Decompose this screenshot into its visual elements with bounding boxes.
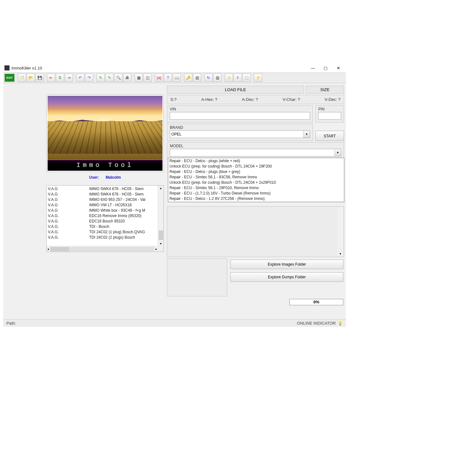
preview-box (167, 258, 227, 296)
bulb-icon: 💡 (338, 321, 343, 326)
brand-group: BRAND ▼ (167, 124, 313, 141)
app-window: ImmoKiller v1.10 — ▢ ✕ EXIT ❐ 📂 💾 ⇤ ⇅ ⇥ … (3, 63, 346, 327)
statusbar: Path: ONLINE INDICATOR 💡 (3, 319, 346, 327)
chevron-down-icon[interactable]: ▼ (303, 131, 310, 138)
list-item[interactable]: V.A.G.EDC16 Bosch 95320 (48, 219, 156, 224)
list-item[interactable]: V.A.GIMMO 5WK4 678 - HC05 - Siem (48, 186, 156, 192)
user-label: User: (89, 175, 99, 180)
transfer-icon[interactable]: ⇅ (56, 74, 64, 82)
list-item[interactable]: V.A.G.TDI 24C02 (1 plug) Bosch.QVAG (48, 229, 156, 235)
info-vdec: V-Dec: ? (325, 97, 340, 102)
list-item[interactable]: V.A.G.EDC16 Remove Immo (95320) (48, 213, 156, 219)
import-icon[interactable]: ⇤ (47, 74, 55, 82)
dropdown-item[interactable]: Unlock ECU (prep. for coding) Bosch - DT… (169, 164, 343, 169)
size-header: SIZE (306, 86, 344, 94)
details-textarea[interactable]: ▾ (167, 206, 344, 257)
dropdown-item[interactable]: Repair - ECU - Simtec 56.1 - 29F010, Rem… (169, 185, 343, 191)
undo-icon[interactable]: ↶ (76, 74, 84, 82)
open-icon[interactable]: 📂 (27, 74, 35, 82)
banner-label: Immo Tool (48, 159, 162, 171)
right-pane: LOAD FILE SIZE S:? A-Hex: ? A-Dec: ? V-C… (167, 85, 344, 319)
list-item[interactable]: V.A.GIMMO 5WK4 678 - HC05 - Siem (48, 192, 156, 197)
calc-icon[interactable]: ▦ (135, 74, 143, 82)
vin-group: VIN (167, 105, 313, 122)
user-name: Malcolm (106, 175, 121, 180)
load-file-header[interactable]: LOAD FILE (167, 86, 304, 94)
progress-bar: 0% (289, 299, 343, 305)
chip-icon[interactable]: ▥ (213, 74, 221, 82)
doc-b-icon[interactable]: ✎ (105, 74, 114, 82)
pin-label: PIN (318, 107, 341, 111)
pin-group: PIN (315, 105, 344, 122)
dropdown-item[interactable]: Repair - ECU - Simtec 56.1 - 93C56, Remo… (169, 175, 343, 180)
explore-images-button[interactable]: Explore Images Folder (230, 260, 343, 269)
maximize-button[interactable]: ▢ (319, 63, 332, 72)
scroll-thumb[interactable] (159, 230, 163, 240)
upload-icon[interactable]: ⇧ (234, 74, 242, 82)
bolt-icon[interactable]: ⚡ (254, 74, 262, 82)
vehicle-listbox[interactable]: V.A.GIMMO 5WK4 678 - HC05 - SiemV.A.GIMM… (46, 185, 164, 252)
close-button[interactable]: ✕ (332, 63, 345, 72)
new-icon[interactable]: ❐ (18, 74, 26, 82)
chevron-down-icon[interactable]: ▼ (334, 149, 341, 156)
info-row: S:? A-Hex: ? A-Dec: ? V-Char: ? V-Dec: ? (167, 95, 344, 104)
details-vscrollbar[interactable]: ▾ (337, 207, 343, 256)
wand-icon[interactable]: ✨ (225, 74, 233, 82)
book-icon[interactable]: 📖 (173, 74, 181, 82)
print-icon[interactable]: 🖶 (123, 74, 131, 82)
scroll-thumb[interactable] (50, 247, 69, 251)
vin-input[interactable] (170, 112, 310, 120)
export-icon[interactable]: ⇥ (65, 74, 73, 82)
list-item[interactable]: V.A.G.TDI - Bosch (48, 224, 156, 229)
exit-button[interactable]: EXIT (4, 74, 15, 82)
info-adec: A-Dec: ? (242, 97, 258, 102)
doc-a-icon[interactable]: ✎ (96, 74, 105, 82)
dropdown-item[interactable]: Repair - ECU - Delco - 1.2 8V 27C256 - (… (169, 196, 343, 202)
path-label: Path: (6, 321, 16, 326)
list-item[interactable]: V.A.G.TDI 24C02 (2 plugs) Bosch (48, 235, 156, 240)
window-icon[interactable]: ◫ (143, 74, 152, 82)
online-indicator-label: ONLINE INDICATOR (297, 321, 336, 326)
explore-dumps-button[interactable]: Explore Dumps Folder (230, 272, 343, 282)
dropdown-item[interactable]: Repair - ECU - Delco - plugs (blue + gre… (169, 169, 343, 175)
info-s: S:? (170, 97, 177, 102)
toolbar: EXIT ❐ 📂 💾 ⇤ ⇅ ⇥ ↶ ↷ ✎ ✎ 🔍 🖶 ▦ ◫ {a} ? 📖… (3, 72, 346, 83)
dropdown-item[interactable]: Repair - ECU - (1.7;2.0) 16V - Turbo Die… (169, 191, 343, 196)
save-icon[interactable]: 💾 (36, 74, 44, 82)
brand-label: BRAND (170, 125, 310, 130)
dropdown-item[interactable]: Unlock ECU (prep. for coding) Bosch - DT… (169, 180, 343, 185)
model-group: MODEL ▼ Repair - ECU - Delco - plugs (wh… (167, 142, 344, 159)
start-button[interactable]: START (315, 131, 344, 141)
refresh-icon[interactable]: ↻ (204, 74, 213, 82)
list-hscrollbar[interactable]: ◂▸ (47, 246, 158, 252)
list-vscrollbar[interactable]: ▴▾ (158, 186, 163, 246)
select-icon[interactable]: ⬚ (242, 74, 251, 82)
user-line: User: Malcolm (46, 172, 164, 184)
info-ahex: A-Hex: ? (201, 97, 217, 102)
window-title: ImmoKiller v1.10 (11, 66, 307, 70)
app-icon (4, 65, 10, 70)
stack-icon[interactable]: ▤ (193, 74, 201, 82)
left-pane: Immo Tool User: Malcolm V.A.GIMMO 5WK4 6… (5, 85, 164, 319)
list-item[interactable]: V.A.GIMMO White box - 93C46 - f+g M (48, 208, 156, 213)
key-icon[interactable]: 🔑 (184, 74, 192, 82)
find-icon[interactable]: 🔍 (114, 74, 122, 82)
content-area: Immo Tool User: Malcolm V.A.GIMMO 5WK4 6… (3, 83, 346, 319)
model-combo[interactable] (170, 149, 341, 156)
model-label: MODEL (170, 144, 341, 148)
titlebar: ImmoKiller v1.10 — ▢ ✕ (3, 63, 346, 72)
pin-input[interactable] (318, 112, 341, 120)
minimize-button[interactable]: — (307, 63, 319, 72)
list-item[interactable]: V.A.GIMMO 6X0 953 257 - 24C04 - Val (48, 197, 156, 202)
dropdown-item[interactable]: Repair - ECU - Delco - plugs (white + re… (169, 158, 343, 164)
info-vchar: V-Char: ? (283, 97, 300, 102)
brand-combo[interactable] (170, 130, 310, 138)
model-dropdown[interactable]: Repair - ECU - Delco - plugs (white + re… (168, 158, 344, 202)
redo-icon[interactable]: ↷ (85, 74, 93, 82)
banner-image (48, 96, 162, 159)
banner-box: Immo Tool (46, 95, 164, 172)
list-item[interactable]: V.A.GIMMO VW LT - HC05X16 (48, 202, 156, 208)
vin-label: VIN (170, 107, 310, 111)
brace-icon[interactable]: {a} (155, 74, 163, 82)
help-icon[interactable]: ? (164, 74, 172, 82)
